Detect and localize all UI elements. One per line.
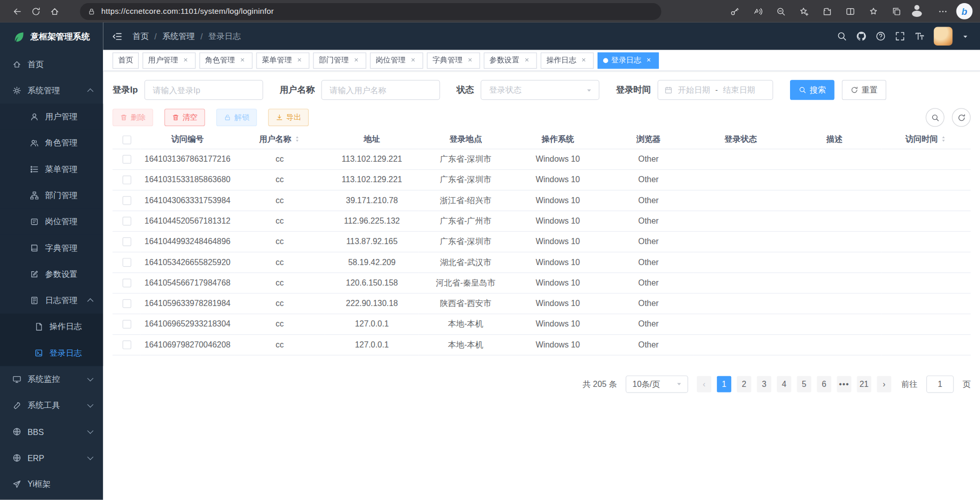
table-row[interactable]: 1641069798270046208cc127.0.0.1本地-本机Windo… bbox=[113, 334, 971, 355]
sidebar-item-yi[interactable]: Yi框架 bbox=[0, 471, 103, 497]
site-info-lock-icon[interactable] bbox=[88, 7, 96, 15]
reset-button[interactable]: 重置 bbox=[842, 80, 887, 100]
sidebar-item-erp[interactable]: ERP bbox=[0, 445, 103, 471]
tab-role[interactable]: 角色管理× bbox=[199, 52, 252, 69]
breadcrumb-item[interactable]: 系统管理 bbox=[162, 31, 195, 42]
tab-user[interactable]: 用户管理× bbox=[142, 52, 196, 69]
sidebar-item-dict[interactable]: 字典管理 bbox=[0, 235, 103, 261]
sidebar-item-monitor[interactable]: 系统监控 bbox=[0, 366, 103, 392]
sidebar-item-menu[interactable]: 菜单管理 bbox=[0, 156, 103, 182]
fullscreen-icon[interactable] bbox=[895, 31, 905, 41]
status-select[interactable]: 登录状态 bbox=[481, 80, 600, 100]
refresh-table-button[interactable] bbox=[952, 108, 971, 127]
sidebar-item-log[interactable]: 日志管理 bbox=[0, 288, 103, 314]
more-pages-button[interactable]: ••• bbox=[837, 376, 851, 392]
export-button[interactable]: 导出 bbox=[268, 108, 309, 126]
zoom-out-icon[interactable] bbox=[771, 3, 790, 20]
tab-close-icon[interactable]: × bbox=[352, 56, 360, 64]
column-header-name[interactable]: 用户名称 bbox=[235, 130, 325, 149]
browser-home-icon[interactable] bbox=[45, 3, 64, 20]
table-row[interactable]: 1641059633978281984cc222.90.130.18陕西省-西安… bbox=[113, 293, 971, 314]
page-button-21[interactable]: 21 bbox=[857, 376, 871, 392]
split-screen-icon[interactable] bbox=[841, 3, 860, 20]
table-row[interactable]: 1641054566717984768cc120.6.150.158河北省-秦皇… bbox=[113, 272, 971, 293]
row-checkbox[interactable] bbox=[122, 279, 131, 288]
favorites-icon[interactable] bbox=[864, 3, 883, 20]
breadcrumb-item[interactable]: 首页 bbox=[133, 31, 149, 42]
username-input[interactable] bbox=[322, 80, 440, 100]
sidebar-item-user[interactable]: 用户管理 bbox=[0, 104, 103, 130]
toggle-search-button[interactable] bbox=[926, 108, 945, 127]
page-button-1[interactable]: 1 bbox=[717, 376, 731, 392]
tab-menu[interactable]: 菜单管理× bbox=[256, 52, 309, 69]
sidebar-item-param[interactable]: 参数设置 bbox=[0, 261, 103, 287]
tab-post[interactable]: 岗位管理× bbox=[370, 52, 423, 69]
table-row[interactable]: 1641069652933218304cc127.0.0.1本地-本机Windo… bbox=[113, 314, 971, 334]
app-logo[interactable]: 意框架管理系统 bbox=[0, 23, 103, 51]
sidebar-item-bbs[interactable]: BBS bbox=[0, 419, 103, 445]
browser-menu-icon[interactable] bbox=[933, 3, 952, 20]
tab-loginlog[interactable]: 登录日志× bbox=[598, 52, 659, 69]
browser-profile-avatar[interactable] bbox=[910, 3, 929, 20]
row-checkbox[interactable] bbox=[122, 197, 131, 205]
row-checkbox[interactable] bbox=[122, 299, 131, 308]
table-row[interactable]: 1641031533185863680cc113.102.129.221广东省-… bbox=[113, 169, 971, 190]
bing-chat-icon[interactable]: b bbox=[956, 3, 973, 19]
extensions-icon[interactable] bbox=[818, 3, 837, 20]
page-button-3[interactable]: 3 bbox=[757, 376, 771, 392]
page-button-5[interactable]: 5 bbox=[797, 376, 811, 392]
user-menu-caret-icon[interactable] bbox=[962, 33, 969, 39]
tab-dict[interactable]: 字典管理× bbox=[427, 52, 480, 69]
page-size-select[interactable]: 10条/页 bbox=[626, 375, 688, 393]
user-avatar[interactable] bbox=[934, 27, 953, 46]
add-favorite-icon[interactable] bbox=[795, 3, 814, 20]
delete-button[interactable]: 删除 bbox=[113, 108, 153, 126]
help-icon[interactable] bbox=[876, 31, 886, 41]
tab-close-icon[interactable]: × bbox=[645, 56, 653, 64]
page-button-6[interactable]: 6 bbox=[817, 376, 831, 392]
collections-icon[interactable] bbox=[887, 3, 906, 20]
tab-home[interactable]: 首页 bbox=[113, 52, 139, 69]
sidebar-collapse-icon[interactable] bbox=[112, 31, 123, 41]
sidebar-item-post[interactable]: 岗位管理 bbox=[0, 209, 103, 235]
unlock-button[interactable]: 解锁 bbox=[216, 108, 257, 126]
table-row[interactable]: 1641044993248464896cc113.87.92.165广东省-深圳… bbox=[113, 231, 971, 252]
row-checkbox[interactable] bbox=[122, 217, 131, 226]
table-row[interactable]: 1641031367863177216cc113.102.129.221广东省-… bbox=[113, 149, 971, 169]
sidebar-item-operlog[interactable]: 操作日志 bbox=[0, 314, 103, 340]
browser-refresh-icon[interactable] bbox=[26, 3, 45, 20]
sidebar-item-home[interactable]: 首页 bbox=[0, 51, 103, 77]
tab-close-icon[interactable]: × bbox=[295, 56, 304, 64]
clear-button[interactable]: 清空 bbox=[164, 108, 205, 126]
header-search-icon[interactable] bbox=[837, 31, 847, 41]
tab-close-icon[interactable]: × bbox=[465, 56, 474, 64]
login-ip-input[interactable] bbox=[145, 80, 264, 100]
search-button[interactable]: 搜索 bbox=[791, 80, 835, 100]
sidebar-item-role[interactable]: 角色管理 bbox=[0, 130, 103, 156]
tab-close-icon[interactable]: × bbox=[181, 56, 190, 64]
sidebar-item-tool[interactable]: 系统工具 bbox=[0, 393, 103, 419]
sidebar-item-dept[interactable]: 部门管理 bbox=[0, 182, 103, 208]
tab-operlog[interactable]: 操作日志× bbox=[541, 52, 594, 69]
row-checkbox[interactable] bbox=[122, 320, 131, 329]
sort-caret-icon[interactable] bbox=[293, 136, 300, 142]
column-header-time[interactable]: 访问时间 bbox=[881, 130, 971, 149]
date-range-picker[interactable]: 开始日期 - 结束日期 bbox=[658, 80, 774, 100]
row-checkbox[interactable] bbox=[122, 258, 131, 267]
sidebar-item-system[interactable]: 系统管理 bbox=[0, 77, 103, 103]
row-checkbox[interactable] bbox=[122, 176, 131, 184]
select-all-checkbox[interactable] bbox=[122, 135, 131, 144]
read-aloud-icon[interactable] bbox=[748, 3, 767, 20]
github-icon[interactable] bbox=[856, 31, 866, 41]
next-page-button[interactable]: › bbox=[877, 376, 891, 392]
address-bar[interactable]: https://ccnetcore.com:1101/system/log/lo… bbox=[80, 3, 661, 19]
sort-caret-icon[interactable] bbox=[940, 136, 946, 142]
page-button-2[interactable]: 2 bbox=[737, 376, 751, 392]
table-row[interactable]: 1641053426655825920cc58.19.42.209湖北省-武汉市… bbox=[113, 252, 971, 272]
row-checkbox[interactable] bbox=[122, 237, 131, 246]
prev-page-button[interactable]: ‹ bbox=[697, 376, 711, 392]
goto-page-input[interactable] bbox=[926, 375, 954, 393]
tab-close-icon[interactable]: × bbox=[238, 56, 247, 64]
row-checkbox[interactable] bbox=[122, 341, 131, 350]
table-row[interactable]: 1641044520567181312cc112.96.225.132广东省-广… bbox=[113, 210, 971, 231]
